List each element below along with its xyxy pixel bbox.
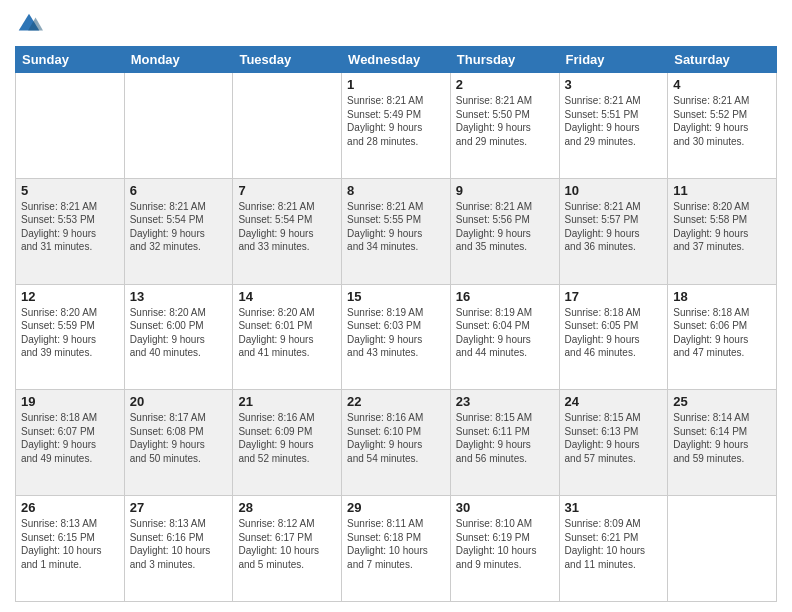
day-info: Sunrise: 8:21 AM Sunset: 5:56 PM Dayligh… — [456, 200, 554, 254]
day-info: Sunrise: 8:21 AM Sunset: 5:51 PM Dayligh… — [565, 94, 663, 148]
day-cell: 27Sunrise: 8:13 AM Sunset: 6:16 PM Dayli… — [124, 496, 233, 602]
header-row: SundayMondayTuesdayWednesdayThursdayFrid… — [16, 47, 777, 73]
day-info: Sunrise: 8:20 AM Sunset: 5:59 PM Dayligh… — [21, 306, 119, 360]
day-number: 9 — [456, 183, 554, 198]
week-row-3: 12Sunrise: 8:20 AM Sunset: 5:59 PM Dayli… — [16, 284, 777, 390]
day-cell: 15Sunrise: 8:19 AM Sunset: 6:03 PM Dayli… — [342, 284, 451, 390]
day-number: 15 — [347, 289, 445, 304]
day-info: Sunrise: 8:15 AM Sunset: 6:11 PM Dayligh… — [456, 411, 554, 465]
page: SundayMondayTuesdayWednesdayThursdayFrid… — [0, 0, 792, 612]
day-cell: 28Sunrise: 8:12 AM Sunset: 6:17 PM Dayli… — [233, 496, 342, 602]
day-number: 21 — [238, 394, 336, 409]
day-number: 8 — [347, 183, 445, 198]
week-row-4: 19Sunrise: 8:18 AM Sunset: 6:07 PM Dayli… — [16, 390, 777, 496]
day-number: 23 — [456, 394, 554, 409]
day-number: 18 — [673, 289, 771, 304]
day-cell: 12Sunrise: 8:20 AM Sunset: 5:59 PM Dayli… — [16, 284, 125, 390]
day-header-sunday: Sunday — [16, 47, 125, 73]
day-info: Sunrise: 8:21 AM Sunset: 5:53 PM Dayligh… — [21, 200, 119, 254]
week-row-1: 1Sunrise: 8:21 AM Sunset: 5:49 PM Daylig… — [16, 73, 777, 179]
day-info: Sunrise: 8:21 AM Sunset: 5:49 PM Dayligh… — [347, 94, 445, 148]
day-number: 24 — [565, 394, 663, 409]
day-cell: 20Sunrise: 8:17 AM Sunset: 6:08 PM Dayli… — [124, 390, 233, 496]
day-number: 7 — [238, 183, 336, 198]
calendar-table: SundayMondayTuesdayWednesdayThursdayFrid… — [15, 46, 777, 602]
header — [15, 10, 777, 38]
day-number: 19 — [21, 394, 119, 409]
day-info: Sunrise: 8:17 AM Sunset: 6:08 PM Dayligh… — [130, 411, 228, 465]
day-number: 25 — [673, 394, 771, 409]
day-cell: 24Sunrise: 8:15 AM Sunset: 6:13 PM Dayli… — [559, 390, 668, 496]
day-number: 16 — [456, 289, 554, 304]
week-row-2: 5Sunrise: 8:21 AM Sunset: 5:53 PM Daylig… — [16, 178, 777, 284]
day-cell: 1Sunrise: 8:21 AM Sunset: 5:49 PM Daylig… — [342, 73, 451, 179]
day-cell — [16, 73, 125, 179]
day-info: Sunrise: 8:16 AM Sunset: 6:09 PM Dayligh… — [238, 411, 336, 465]
day-number: 14 — [238, 289, 336, 304]
day-header-wednesday: Wednesday — [342, 47, 451, 73]
day-info: Sunrise: 8:14 AM Sunset: 6:14 PM Dayligh… — [673, 411, 771, 465]
day-info: Sunrise: 8:19 AM Sunset: 6:03 PM Dayligh… — [347, 306, 445, 360]
day-info: Sunrise: 8:21 AM Sunset: 5:54 PM Dayligh… — [238, 200, 336, 254]
day-cell: 2Sunrise: 8:21 AM Sunset: 5:50 PM Daylig… — [450, 73, 559, 179]
day-number: 17 — [565, 289, 663, 304]
day-number: 26 — [21, 500, 119, 515]
day-header-tuesday: Tuesday — [233, 47, 342, 73]
day-cell: 14Sunrise: 8:20 AM Sunset: 6:01 PM Dayli… — [233, 284, 342, 390]
day-info: Sunrise: 8:15 AM Sunset: 6:13 PM Dayligh… — [565, 411, 663, 465]
day-info: Sunrise: 8:18 AM Sunset: 6:07 PM Dayligh… — [21, 411, 119, 465]
day-number: 10 — [565, 183, 663, 198]
day-number: 30 — [456, 500, 554, 515]
day-info: Sunrise: 8:16 AM Sunset: 6:10 PM Dayligh… — [347, 411, 445, 465]
day-cell: 11Sunrise: 8:20 AM Sunset: 5:58 PM Dayli… — [668, 178, 777, 284]
day-cell: 22Sunrise: 8:16 AM Sunset: 6:10 PM Dayli… — [342, 390, 451, 496]
day-number: 4 — [673, 77, 771, 92]
day-info: Sunrise: 8:18 AM Sunset: 6:05 PM Dayligh… — [565, 306, 663, 360]
day-number: 13 — [130, 289, 228, 304]
day-number: 5 — [21, 183, 119, 198]
day-info: Sunrise: 8:18 AM Sunset: 6:06 PM Dayligh… — [673, 306, 771, 360]
week-row-5: 26Sunrise: 8:13 AM Sunset: 6:15 PM Dayli… — [16, 496, 777, 602]
day-header-thursday: Thursday — [450, 47, 559, 73]
day-cell: 21Sunrise: 8:16 AM Sunset: 6:09 PM Dayli… — [233, 390, 342, 496]
day-cell: 16Sunrise: 8:19 AM Sunset: 6:04 PM Dayli… — [450, 284, 559, 390]
day-info: Sunrise: 8:20 AM Sunset: 6:01 PM Dayligh… — [238, 306, 336, 360]
day-cell: 31Sunrise: 8:09 AM Sunset: 6:21 PM Dayli… — [559, 496, 668, 602]
day-cell — [124, 73, 233, 179]
day-info: Sunrise: 8:20 AM Sunset: 5:58 PM Dayligh… — [673, 200, 771, 254]
day-cell: 26Sunrise: 8:13 AM Sunset: 6:15 PM Dayli… — [16, 496, 125, 602]
day-cell: 13Sunrise: 8:20 AM Sunset: 6:00 PM Dayli… — [124, 284, 233, 390]
day-info: Sunrise: 8:13 AM Sunset: 6:16 PM Dayligh… — [130, 517, 228, 571]
day-cell: 8Sunrise: 8:21 AM Sunset: 5:55 PM Daylig… — [342, 178, 451, 284]
day-cell: 9Sunrise: 8:21 AM Sunset: 5:56 PM Daylig… — [450, 178, 559, 284]
day-cell: 6Sunrise: 8:21 AM Sunset: 5:54 PM Daylig… — [124, 178, 233, 284]
day-header-friday: Friday — [559, 47, 668, 73]
day-info: Sunrise: 8:21 AM Sunset: 5:52 PM Dayligh… — [673, 94, 771, 148]
day-cell: 3Sunrise: 8:21 AM Sunset: 5:51 PM Daylig… — [559, 73, 668, 179]
day-number: 28 — [238, 500, 336, 515]
day-info: Sunrise: 8:20 AM Sunset: 6:00 PM Dayligh… — [130, 306, 228, 360]
logo-icon — [15, 10, 43, 38]
day-number: 27 — [130, 500, 228, 515]
logo — [15, 10, 47, 38]
day-header-monday: Monday — [124, 47, 233, 73]
day-cell: 10Sunrise: 8:21 AM Sunset: 5:57 PM Dayli… — [559, 178, 668, 284]
day-cell: 17Sunrise: 8:18 AM Sunset: 6:05 PM Dayli… — [559, 284, 668, 390]
day-info: Sunrise: 8:21 AM Sunset: 5:57 PM Dayligh… — [565, 200, 663, 254]
day-info: Sunrise: 8:13 AM Sunset: 6:15 PM Dayligh… — [21, 517, 119, 571]
day-cell — [233, 73, 342, 179]
day-number: 2 — [456, 77, 554, 92]
day-cell: 23Sunrise: 8:15 AM Sunset: 6:11 PM Dayli… — [450, 390, 559, 496]
day-number: 1 — [347, 77, 445, 92]
day-info: Sunrise: 8:21 AM Sunset: 5:50 PM Dayligh… — [456, 94, 554, 148]
day-number: 6 — [130, 183, 228, 198]
day-number: 22 — [347, 394, 445, 409]
day-cell: 7Sunrise: 8:21 AM Sunset: 5:54 PM Daylig… — [233, 178, 342, 284]
day-number: 20 — [130, 394, 228, 409]
day-cell: 4Sunrise: 8:21 AM Sunset: 5:52 PM Daylig… — [668, 73, 777, 179]
day-number: 11 — [673, 183, 771, 198]
day-info: Sunrise: 8:21 AM Sunset: 5:54 PM Dayligh… — [130, 200, 228, 254]
day-info: Sunrise: 8:10 AM Sunset: 6:19 PM Dayligh… — [456, 517, 554, 571]
day-cell: 5Sunrise: 8:21 AM Sunset: 5:53 PM Daylig… — [16, 178, 125, 284]
day-cell: 18Sunrise: 8:18 AM Sunset: 6:06 PM Dayli… — [668, 284, 777, 390]
